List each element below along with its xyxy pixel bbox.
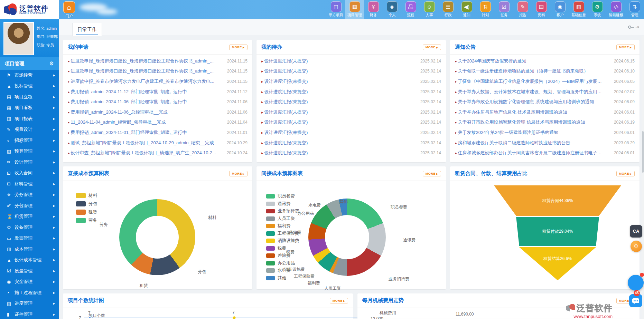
- legend-item[interactable]: 消防设施费: [266, 238, 299, 244]
- sidebar-menu-item[interactable]: ⊟ 材料管理 ▶: [0, 178, 59, 190]
- list-item[interactable]: 关于举办市政公用设施数字化管理信息 系统建设与应用培训班的通知 2024.06.…: [455, 97, 635, 107]
- topnav-item[interactable]: ▥ 基础信息: [569, 0, 588, 19]
- list-item[interactable]: 进度款申报_珠海鹤港口建设_珠海鹤港口建设工程合作协议书_admin_... 2…: [68, 56, 248, 66]
- topnav-item[interactable]: ▦ 项目管理: [345, 0, 364, 19]
- data-point-marker[interactable]: [232, 316, 236, 319]
- indirect-cost-donut-chart[interactable]: [308, 199, 386, 276]
- sidebar-menu-item[interactable]: ◒ 招标管理 ▶: [0, 135, 59, 146]
- topnav-item[interactable]: ◉ 客户: [551, 0, 569, 19]
- sidebar-menu-item[interactable]: ▧ 预算管理 ▶: [0, 146, 59, 157]
- more-button[interactable]: MORE: [616, 45, 635, 50]
- sidebar-menu-item[interactable]: ☑ 质量管理 ▶: [0, 265, 59, 277]
- list-item[interactable]: 费用报销_admin_2024-11-06_部门经理审批_胡建,_运行中 202…: [68, 97, 248, 107]
- list-item[interactable]: 关于举办住房与房地产信息化 技术及应用培训班的通知 2024.06.01: [455, 107, 635, 117]
- list-item[interactable]: 设计进度汇报(未提交) 2025.02.14: [261, 127, 441, 138]
- list-item[interactable]: 住房和城乡建设部办公厅关于同意吉林省开展二级建造师注册证书电子化试点... 20…: [455, 148, 635, 158]
- topnav-item[interactable]: ◀) 通知: [457, 0, 476, 19]
- topnav-item[interactable]: ☺ 人事: [420, 0, 439, 19]
- legend-item[interactable]: 分包: [76, 201, 97, 207]
- sidebar-menu-item[interactable]: ▥ 项目报表 ▶: [0, 113, 59, 124]
- topnav-item[interactable]: ☰ 行政: [439, 0, 457, 19]
- portal-button[interactable]: ⌂ 门户: [62, 1, 77, 19]
- collapse-icon[interactable]: ⇥: [635, 25, 639, 29]
- funnel-segment[interactable]: 租赁合同44.36%: [494, 185, 621, 216]
- legend-item[interactable]: 租赁: [76, 209, 97, 215]
- topnav-item[interactable]: ◫ 甲方项目: [327, 0, 345, 19]
- more-button[interactable]: MORE: [330, 298, 348, 303]
- sidebar-menu-item[interactable]: ▮ 证件管理 ▶: [0, 309, 59, 319]
- legend-item[interactable]: 业务招待费: [266, 208, 299, 214]
- list-item[interactable]: 11_2024-11-04_admin_经营部_领导审批__完成 2024.11…: [68, 117, 248, 128]
- legend-item[interactable]: 材料: [76, 193, 97, 199]
- topnav-item[interactable]: 品 流程: [401, 0, 420, 19]
- topnav-item[interactable]: ⇅ 管理: [625, 0, 644, 19]
- topnav-item[interactable]: ‹/› 智能建模: [607, 0, 625, 19]
- list-item[interactable]: 进度款申报_珠海鹤港口建设_珠海鹤港口建设工程合作协议书_admin_... 2…: [68, 66, 248, 77]
- legend-item[interactable]: 劳务: [76, 218, 97, 223]
- more-button[interactable]: MORE: [229, 171, 248, 176]
- sidebar-menu-item[interactable]: ▧ 进度管理 ▶: [0, 298, 59, 309]
- legend-item[interactable]: 人员工资: [266, 216, 299, 222]
- sidebar-menu-item[interactable]: ⌛ 租赁管理 ▶: [0, 211, 59, 222]
- sidebar-menu-item[interactable]: ✏ 设计管理 ▶: [0, 157, 59, 168]
- legend-item[interactable]: 福利费: [266, 223, 299, 229]
- list-item[interactable]: 费用报销_admin_2024-11-12_部门经理审批_胡建,_运行中 202…: [68, 87, 248, 97]
- list-item[interactable]: 费用报销_admin_2024-11-01_部门经理审批_胡建,_运行中 202…: [68, 127, 248, 138]
- tab-daily-work[interactable]: 日常工作: [72, 23, 102, 36]
- list-item[interactable]: 测试_彭祖新城"四馆"景观工程设计项目_2024-10-29_admin_结束_…: [68, 138, 248, 148]
- legend-item[interactable]: 办公用品: [266, 260, 299, 266]
- list-item[interactable]: 设计进度汇报(未提交) 2025.02.14: [261, 56, 441, 66]
- list-item[interactable]: 设计审查_彭祖新城"四馆"景观工程设计项目_请选择_胡广生_2024-10-2.…: [68, 148, 248, 158]
- list-item[interactable]: 设计进度汇报(未提交) 2025.02.14: [261, 97, 441, 107]
- topnav-item[interactable]: ⇅ 计划: [476, 0, 495, 19]
- sidebar-menu-item[interactable]: ✎ 项目设计 ▶: [0, 124, 59, 135]
- list-item[interactable]: 关于2024年国庆节放假安排的通知 2024.06.15: [455, 56, 635, 66]
- sidebar-menu-item[interactable]: ◔ 施工过程管理 ▶: [0, 287, 59, 298]
- list-item[interactable]: 于征集《中国建筑施工行业信息化发展报告（2024）—BIM应用与发展》材料...…: [455, 76, 635, 87]
- list-item[interactable]: 设计进度汇报(未提交) 2025.02.14: [261, 107, 441, 117]
- direct-cost-donut-chart[interactable]: [119, 199, 195, 275]
- scrollbar-thumb[interactable]: [642, 131, 644, 173]
- sidebar-menu-item[interactable]: ▲ 设计成本管理 ▶: [0, 255, 59, 266]
- list-item[interactable]: 设计进度汇报(未提交) 2025.02.14: [261, 66, 441, 77]
- sidebar-menu-item[interactable]: ▦ 项目看板 ▶: [0, 103, 59, 114]
- topnav-item[interactable]: ☻ 个人: [383, 0, 401, 19]
- key-icon[interactable]: [628, 26, 631, 29]
- sidebar-menu-item[interactable]: ⚑ 市场经营 ▶: [0, 70, 59, 81]
- list-item[interactable]: 进度款申报_长春市伊通河水力发电厂改建工程_长春市伊通河水力发电... 2024…: [68, 76, 248, 87]
- sidebar-menu-item[interactable]: ▤ 项目立项 ▶: [0, 91, 59, 103]
- list-item[interactable]: 房和城乡建设厅关于取消二级建造师临时执业证书的公告 2023.08.29: [455, 138, 635, 148]
- list-item[interactable]: 设计进度汇报(未提交) 2025.02.14: [261, 117, 441, 128]
- more-button[interactable]: MORE: [229, 45, 248, 50]
- sidebar-menu-item[interactable]: ▭ 发票管理 ▶: [0, 233, 59, 244]
- list-item[interactable]: 关于召开市政公用设施智慧化管理 信息技术与应用培训班的通知 2024.06.19: [455, 117, 635, 128]
- gear-icon[interactable]: ⚙: [49, 57, 54, 70]
- list-item[interactable]: 关于举办大数据、云计算技术在城市建设、规划、管理与服务中的应用培训班... 20…: [455, 87, 635, 97]
- funnel-segment[interactable]: 租赁结算26.6%: [519, 247, 596, 282]
- legend-item[interactable]: 通讯费: [266, 201, 299, 207]
- sidebar-menu-item[interactable]: ▲ 投标管理 ▶: [0, 81, 59, 92]
- sidebar-menu-item[interactable]: ❖ 劳务管理 ▶: [0, 190, 59, 201]
- topnav-item[interactable]: ✎ 报告: [513, 0, 532, 19]
- more-button[interactable]: MORE: [616, 171, 635, 176]
- more-button[interactable]: MORE: [423, 45, 441, 50]
- sidebar-menu-item[interactable]: x² 分包管理 ▶: [0, 200, 59, 211]
- sidebar-menu-item[interactable]: ⚙ 设备管理 ▶: [0, 222, 59, 233]
- ca-certificate-button[interactable]: CA: [630, 225, 642, 238]
- list-item[interactable]: 设计进度汇报(未提交) 2025.02.14: [261, 87, 441, 97]
- list-item[interactable]: 设计进度汇报(未提交) 2025.02.14: [261, 138, 441, 148]
- data-point-marker[interactable]: [88, 316, 91, 319]
- chat-circle-button[interactable]: [628, 275, 644, 291]
- list-item[interactable]: 关于领取一级注册建造师增项贴的通知（须持一建证书前来领取） 2024.06.10: [455, 66, 635, 77]
- topnav-item[interactable]: ¥ 财务: [364, 0, 383, 19]
- feedback-face-button[interactable]: ☺: [631, 241, 642, 252]
- list-item[interactable]: 设计进度汇报(未提交) 2025.02.14: [261, 76, 441, 87]
- more-button[interactable]: MORE: [423, 171, 441, 176]
- legend-item[interactable]: 职员餐费: [266, 193, 299, 199]
- list-item[interactable]: 费用报销_admin_2024-11-06_总经理审批__完成 2024.11.…: [68, 107, 248, 117]
- sidebar-menu-item[interactable]: ▥ 成本管理 ▶: [0, 244, 59, 255]
- topnav-item[interactable]: ☑ 任务: [495, 0, 513, 19]
- topnav-item[interactable]: ▤ 资料: [532, 0, 551, 19]
- funnel-segment[interactable]: 租赁付款29.04%: [516, 217, 599, 246]
- sidebar-menu-item[interactable]: ⊡ 收入合同 ▶: [0, 168, 59, 179]
